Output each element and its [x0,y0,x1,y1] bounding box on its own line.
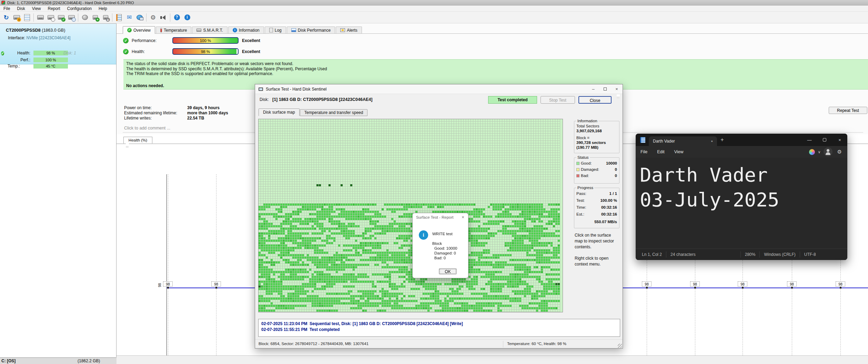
health-chart-tab[interactable]: Health (%) [123,137,152,144]
power-on-label: Power on time: [124,105,152,110]
removable-disk-eject-icon[interactable]: ▲ [101,13,110,22]
est-label: Est.: [576,212,584,216]
notepad-menu-file[interactable]: File [636,148,652,156]
notepad-tab[interactable]: Darth Vader ● [649,136,717,146]
statusbar-separator [740,251,741,258]
good-label: Good: [576,161,592,165]
disk-name: CT2000P5PSSD8 [6,28,41,33]
tab-log[interactable]: Log [265,27,286,33]
notepad-tab-title: Darth Vader [653,139,675,144]
interface-label: Interface: [8,35,25,40]
dialog-app-icon [259,87,263,91]
tab-disk-surface-map[interactable]: Disk surface map [259,108,300,116]
good-square-icon [576,162,579,165]
main-toolbar: ↻ ! ✓ + ▲ ✉ ⚙ ? i [0,12,868,23]
log-notepad-icon[interactable] [114,13,124,22]
tab-temperature-speed[interactable]: Temperature and transfer speed [300,109,368,116]
surface-test-disk-row: Disk: [1] 1863 GB D: CT2000P5PSSD8 [2242… [255,95,623,104]
damaged-square-icon [576,168,579,171]
report-title: Surface Test - Report [416,215,453,219]
information-header: Information [576,119,598,123]
status-line-2: The health is determined by SSD specific… [126,66,865,72]
disk-icon [196,29,201,32]
report-close-icon[interactable]: × [460,214,466,220]
maximize-button[interactable] [599,84,611,94]
monitor-alert-icon [340,28,345,32]
notepad-menu-edit[interactable]: Edit [652,148,669,156]
tab-information[interactable]: i Information [228,27,264,33]
disk-ok-icon: ✓ [1,51,4,56]
status-line-1: The status of the solid state disk is PE… [126,61,865,66]
close-button[interactable]: × [611,84,623,94]
test-value: 100.00 % [600,198,617,202]
mail-icon[interactable]: ✉ [124,13,134,22]
resize-grip[interactable] [618,344,622,348]
zoom-level[interactable]: 280% [745,252,756,257]
tab-alerts[interactable]: Alerts [336,27,362,33]
test-label: Test: [576,198,585,202]
new-tab-button[interactable]: + [717,137,727,143]
ok-button[interactable]: OK [439,268,457,274]
network-icon[interactable] [135,13,144,22]
account-icon[interactable] [824,147,832,156]
thermometer-icon [160,28,162,32]
lifetime-label: Estimated remaining lifetime: [124,111,177,115]
disk-surface-map[interactable] [259,119,560,312]
tab-temperature-label: Temperature [164,28,187,33]
surface-test-report-dialog: Surface Test - Report × i WRITE test Blo… [412,213,468,278]
chevron-down-icon[interactable]: ∨ [818,150,820,154]
notepad-settings-icon[interactable]: ⚙ [837,149,842,155]
close-test-button[interactable]: Close [578,96,612,104]
tab-overview-label: Overview [133,28,151,33]
partition-row[interactable]: C: [OS] (1862.2 GB) [0,357,117,364]
tab-disk-performance-label: Disk Performance [298,28,331,33]
sound-icon[interactable] [159,13,168,22]
repeat-test-button[interactable]: Repeat Test [829,107,867,114]
disk-icon[interactable] [36,13,45,22]
disk-schedule-icon[interactable] [46,13,55,22]
bad-value: 0 [615,174,617,178]
notepad-close-button[interactable]: × [832,134,847,146]
tab-smart[interactable]: S.M.A.R.T. [192,27,227,33]
menu-help[interactable]: Help [95,6,111,11]
statusbar-divider [503,341,503,347]
writes-label: Lifetime writes: [124,116,152,121]
health-rating: Excellent [242,49,260,54]
disk-interface-row: Interface: NVMe [22423C046AE4] [8,35,70,40]
health-ok-icon: ✓ [123,49,129,54]
main-tabs: ✓ Overview Temperature S.M.A.R.T. i Info… [117,26,868,34]
partition-name: C: [OS] [1,358,16,363]
removable-disk-add-icon[interactable]: + [90,13,100,22]
report-card-icon[interactable] [22,13,32,22]
disk-sphere-icon[interactable] [80,13,90,22]
menu-report[interactable]: Report [44,6,63,11]
chart-icon [291,28,296,32]
report-good: Good: 10000 [434,246,457,250]
notepad-minimize-button[interactable]: — [802,134,817,146]
disk-warning-icon[interactable]: ! [12,13,21,22]
disk-search-icon[interactable] [67,13,76,22]
tab-overview[interactable]: ✓ Overview [123,26,155,34]
menu-disk[interactable]: Disk [13,6,28,11]
menu-file[interactable]: File [0,6,13,11]
tab-temperature[interactable]: Temperature [156,27,191,33]
refresh-icon[interactable]: ↻ [1,13,11,22]
settings-gear-icon[interactable]: ⚙ [148,13,158,22]
menu-configuration[interactable]: Configuration [64,6,95,11]
comment-field[interactable]: Click to add comment ... [124,126,170,131]
menu-view[interactable]: View [29,6,44,11]
tab-disk-performance[interactable]: Disk Performance [287,27,335,33]
disk-test-icon[interactable]: ✓ [56,13,66,22]
help-icon[interactable]: ? [172,13,182,22]
minimize-button[interactable]: – [587,84,599,94]
notepad-maximize-button[interactable] [817,134,832,146]
stop-test-button[interactable]: Stop Test [541,96,575,104]
info-icon[interactable]: i [182,13,192,22]
notepad-editor[interactable]: Darth Vader 03-July-2025 [636,158,847,249]
copilot-icon[interactable] [809,149,815,155]
disk-title-row: CT2000P5PSSD8 (1863.0 GB) [6,28,65,33]
writes-value: 22.54 TB [187,116,204,121]
hint-inspect: Click on the surface map to inspect sect… [575,232,619,250]
selected-disk-card[interactable]: CT2000P5PSSD8 (1863.0 GB) Interface: NVM… [0,24,116,64]
notepad-menu-view[interactable]: View [669,148,688,156]
